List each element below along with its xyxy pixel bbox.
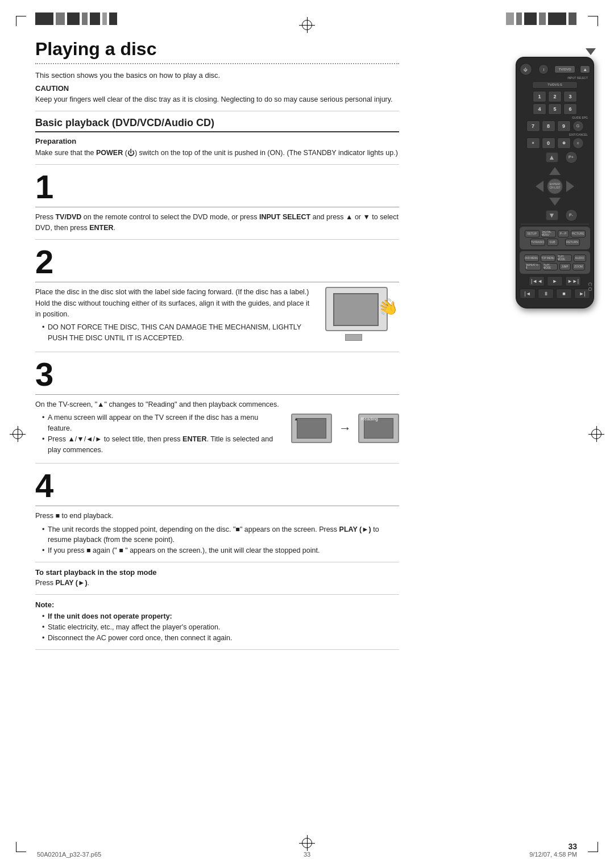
step-3-number: 3: [35, 358, 399, 391]
dpad-right[interactable]: [566, 181, 574, 192]
num-2-button[interactable]: 2: [548, 91, 562, 102]
audio-button[interactable]: AUDIO: [574, 254, 586, 262]
divider: [35, 111, 399, 111]
next-skip-button[interactable]: ►►|: [565, 276, 581, 286]
stop-button[interactable]: ■: [556, 289, 572, 299]
cancel-button[interactable]: ⊗: [557, 137, 571, 149]
mini-tv-reading-img: Reading: [358, 414, 399, 443]
note-title: Note:: [35, 600, 399, 609]
bar-block: [539, 12, 546, 25]
num-4-button[interactable]: 4: [533, 103, 546, 115]
step-2-number: 2: [35, 245, 399, 278]
bar-block: [35, 12, 53, 25]
repeat-ab-button[interactable]: REPEAT A-B: [525, 263, 541, 270]
setup-button[interactable]: SETUP: [525, 230, 540, 237]
p-minus-button[interactable]: P-: [565, 209, 578, 222]
jump-button[interactable]: JUMP: [559, 263, 571, 270]
num-6-button[interactable]: 6: [563, 103, 577, 115]
header-bar-right: [454, 10, 579, 27]
down-arrow-btn[interactable]: ▼: [546, 210, 558, 220]
step-4-divider: [35, 506, 399, 506]
bar-block: [516, 12, 522, 25]
divider: [35, 239, 399, 240]
up-arrow-btn[interactable]: ▲: [546, 152, 558, 162]
page-title: Playing a disc: [35, 39, 399, 60]
tv-dvd-button[interactable]: TV/DVD: [554, 65, 575, 73]
section-heading: Basic playback (DVD/VCD/Audio CD): [35, 117, 399, 132]
step-1-divider: [35, 207, 399, 207]
corner-mark-bl: [16, 842, 26, 852]
num-10-button[interactable]: ×: [526, 137, 540, 149]
input-select-label: INPUT SELECT: [520, 77, 590, 80]
num-1-button[interactable]: 1: [533, 91, 546, 102]
bar-block: [506, 12, 514, 25]
setup-row: SETUP DIGITAL MENU P↔P PICTURE: [521, 230, 588, 237]
tv-radio-button[interactable]: TV/RADIO: [530, 239, 545, 246]
zoom-button[interactable]: ZOOM: [572, 263, 585, 270]
prev-button[interactable]: |◄: [520, 289, 536, 299]
divider: [35, 594, 399, 595]
bullet-item: Press ▲/▼/◄/► to select title, then pres…: [42, 434, 282, 456]
header-bar: [35, 10, 183, 27]
tv-stand: [345, 334, 362, 341]
bar-block: [56, 12, 65, 25]
step-3-text: On the TV-screen, "▲" changes to "Readin…: [35, 399, 282, 457]
pause-button[interactable]: ⏸: [538, 289, 554, 299]
remote-tvdvs-row: TV/DVS-S: [520, 81, 590, 89]
step-1-text: Press TV/DVD on the remote control to se…: [35, 212, 399, 234]
play-button[interactable]: ►: [547, 276, 563, 286]
step-2-desc: Place the disc in the disc slot with the…: [35, 287, 316, 320]
transport-area: |◄◄ ► ►►| |◄ ⏸ ■ ►| CO: [520, 276, 590, 299]
bar-block: [102, 12, 107, 25]
num-0-button[interactable]: 0: [542, 137, 555, 149]
dvd-menu-button[interactable]: DVD MENU: [524, 254, 539, 262]
transport-row-2: |◄ ⏸ ■ ►|: [520, 289, 590, 299]
bullet-item: A menu screen will appear on the TV scre…: [42, 412, 282, 434]
step-4-number: 4: [35, 469, 399, 502]
caution-text: Keep your fingers well clear of the disc…: [35, 94, 399, 105]
num-9-button[interactable]: 9: [557, 120, 571, 132]
num-3-button[interactable]: 3: [563, 91, 577, 102]
remote-divider: [521, 224, 589, 224]
corner-mark-tr: [588, 16, 598, 26]
exit-cancel-button[interactable]: X: [572, 137, 584, 149]
crosshair-left: [13, 429, 23, 439]
p-plus-button[interactable]: P+: [565, 151, 578, 164]
step-2-row: Place the disc in the disc slot with the…: [35, 287, 399, 346]
prev-skip-button[interactable]: |◄◄: [529, 276, 545, 286]
mini-tv-screen2: Reading: [364, 418, 393, 439]
play-mode-button[interactable]: PLAY MODE: [557, 254, 572, 262]
page-nav-arrow[interactable]: [586, 48, 596, 55]
eject-button[interactable]: ▲: [580, 65, 590, 73]
dpad: ENTER/CH LIST: [534, 166, 575, 207]
reading-label: Reading: [361, 416, 378, 422]
bar-block: [109, 12, 117, 25]
dot-divider: [35, 63, 399, 64]
num-8-button[interactable]: 8: [542, 120, 555, 132]
dpad-up[interactable]: [549, 167, 561, 175]
tv-screen: [333, 293, 379, 326]
numpad: 1 2 3 4 5 6 GUIDE EPG 7 8 9 G EXIT/CANCE…: [521, 91, 589, 149]
p-p-button[interactable]: P↔P: [558, 230, 569, 237]
sub-button[interactable]: SUB: [547, 239, 558, 246]
num-7-button[interactable]: 7: [526, 120, 540, 132]
bar-block: [82, 12, 88, 25]
step3-arrow: →: [339, 421, 351, 436]
info-button[interactable]: i: [538, 64, 549, 74]
picture-button[interactable]: PICTURE: [571, 230, 586, 237]
tvdvss-button[interactable]: TV/DVS-S: [532, 81, 578, 89]
divider: [35, 463, 399, 464]
numpad-row-3: 7 8 9 G: [521, 120, 589, 132]
enter-button[interactable]: ENTER/CH LIST: [547, 178, 563, 194]
power-button[interactable]: ⏻: [520, 63, 532, 76]
play-mode-2-button[interactable]: PLAY MODE: [543, 263, 558, 270]
digital-menu-button[interactable]: DIGITAL MENU: [541, 230, 556, 237]
numpad-row-2: 4 5 6: [521, 103, 589, 115]
step-3-row: On the TV-screen, "▲" changes to "Readin…: [35, 399, 399, 457]
num-5-button[interactable]: 5: [548, 103, 562, 115]
return-button[interactable]: RETURN: [565, 239, 580, 246]
top-menu-button[interactable]: TOP MENU: [541, 254, 555, 262]
dpad-left[interactable]: [536, 181, 544, 192]
dpad-down[interactable]: [549, 198, 561, 206]
guide-button[interactable]: G: [572, 120, 584, 132]
